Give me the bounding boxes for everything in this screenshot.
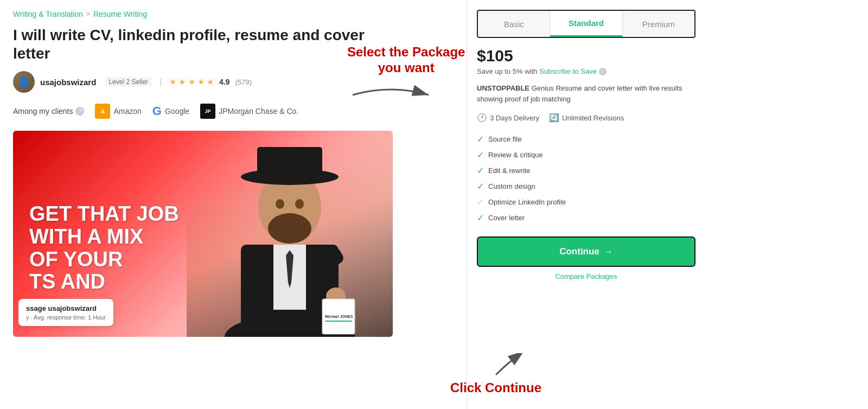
gig-title: I will write CV, linkedin profile, resum… <box>13 26 404 62</box>
package-tabs: Basic Standard Premium <box>477 10 695 38</box>
right-panel: Basic Standard Premium $105 Save up to 5… <box>467 0 705 409</box>
svg-point-8 <box>295 199 304 209</box>
amazon-icon: a <box>95 104 110 119</box>
gig-image: GET THAT JOBWITH A MIXOF YOURTS AND <box>13 131 393 337</box>
svg-rect-15 <box>325 321 352 322</box>
left-panel: Writing & Translation > Resume Writing I… <box>0 0 467 409</box>
avatar: 👤 <box>13 71 35 93</box>
subscribe-row: Save up to 5% with Subscribe to Save ? <box>477 67 695 75</box>
check-icon: ✓ <box>477 150 484 160</box>
message-bubble-detail: y · Avg. response time: 1 Hour <box>26 314 106 321</box>
svg-point-7 <box>276 199 284 209</box>
gig-image-text: GET THAT JOBWITH A MIXOF YOURTS AND <box>29 203 179 293</box>
svg-text:Michael JONES: Michael JONES <box>325 315 353 318</box>
seller-level-badge: Level 2 Seller <box>105 77 152 87</box>
feature-edit: ✓ Edit & rewrite <box>477 163 695 178</box>
message-bubble: ssage usajobswizard y · Avg. response ti… <box>18 299 113 326</box>
package-price: $105 <box>477 47 695 65</box>
subscribe-help-icon[interactable]: ? <box>599 68 607 75</box>
breadcrumb-writing[interactable]: Writing & Translation <box>13 10 83 18</box>
client-jpmorgan: JP JPMorgan Chase & Co. <box>200 104 298 119</box>
revisions-icon: 🔄 <box>549 113 559 123</box>
clients-help-icon[interactable]: ? <box>75 107 84 116</box>
revisions-meta: 🔄 Unlimited Revisions <box>549 113 624 123</box>
google-icon: G <box>152 104 162 118</box>
check-icon-disabled: ✓ <box>477 197 484 207</box>
check-icon: ✓ <box>477 213 484 223</box>
revisions-text: Unlimited Revisions <box>562 114 624 122</box>
feature-linkedin: ✓ Optimize LinkedIn profile <box>477 194 695 210</box>
tab-basic[interactable]: Basic <box>478 11 550 37</box>
arrow-icon: → <box>604 246 613 257</box>
svg-point-10 <box>278 214 302 223</box>
compare-link: Compare Packages <box>477 272 695 280</box>
seller-info: 👤 usajobswizard Level 2 Seller | ★ ★ ★ ★… <box>13 71 454 93</box>
tab-premium[interactable]: Premium <box>623 11 694 37</box>
subscribe-save-link[interactable]: Subscribe to Save <box>539 67 597 75</box>
tab-standard[interactable]: Standard <box>550 11 622 37</box>
message-bubble-name: ssage usajobswizard <box>26 304 106 312</box>
rating-score: 4.9 <box>219 78 229 86</box>
seller-name[interactable]: usajobswizard <box>40 78 96 87</box>
star-rating: ★ ★ ★ ★ ★ <box>169 77 214 87</box>
feature-review: ✓ Review & critique <box>477 147 695 163</box>
package-meta: 🕐 3 Days Delivery 🔄 Unlimited Revisions <box>477 113 695 123</box>
package-description: UNSTOPPABLE Genius Resume and cover lett… <box>477 83 695 104</box>
check-icon: ✓ <box>477 165 484 176</box>
client-amazon: a Amazon <box>95 104 141 119</box>
clients-label: Among my clients ? <box>13 107 84 116</box>
features-list: ✓ Source file ✓ Review & critique ✓ Edit… <box>477 131 695 226</box>
man-silhouette-svg: Michael JONES <box>208 136 371 337</box>
breadcrumb-resume[interactable]: Resume Writing <box>93 10 147 18</box>
page-wrapper: Writing & Translation > Resume Writing I… <box>0 0 868 409</box>
package-content: $105 Save up to 5% with Subscribe to Sav… <box>467 38 705 289</box>
feature-cover-letter: ✓ Cover letter <box>477 210 695 226</box>
avatar-image: 👤 <box>13 71 35 93</box>
continue-button[interactable]: Continue → <box>477 237 695 267</box>
clients-row: Among my clients ? a Amazon G Google JP … <box>13 104 454 119</box>
review-count: (579) <box>235 78 251 86</box>
check-icon: ✓ <box>477 181 484 191</box>
clock-icon: 🕐 <box>477 113 487 123</box>
continue-label: Continue <box>559 246 599 257</box>
divider: | <box>159 77 162 87</box>
breadcrumb: Writing & Translation > Resume Writing <box>13 10 454 18</box>
delivery-text: 3 Days Delivery <box>490 114 539 122</box>
delivery-meta: 🕐 3 Days Delivery <box>477 113 539 123</box>
compare-packages-link[interactable]: Compare Packages <box>555 272 617 280</box>
svg-rect-6 <box>257 147 322 180</box>
jpmorgan-icon: JP <box>200 104 215 119</box>
check-icon: ✓ <box>477 134 484 144</box>
gig-image-figure: Michael JONES <box>187 131 393 337</box>
feature-source-file: ✓ Source file <box>477 131 695 147</box>
feature-custom-design: ✓ Custom design <box>477 178 695 194</box>
client-google: G Google <box>152 104 189 118</box>
breadcrumb-separator: > <box>86 10 90 18</box>
